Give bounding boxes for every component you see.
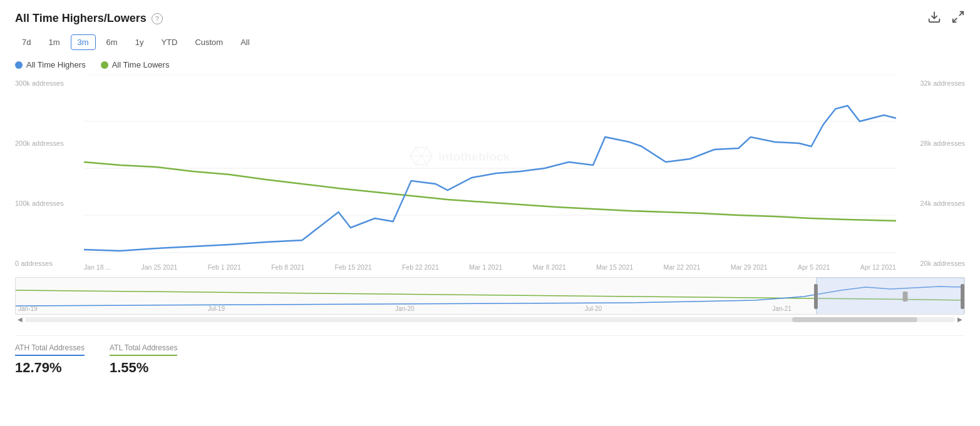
scroll-left-arrow[interactable]: ◀ xyxy=(15,316,25,323)
header: All Time Highers/Lowers ? xyxy=(15,10,965,27)
stat-atl-underline xyxy=(110,355,178,356)
time-filters: 7d 1m 3m 6m 1y YTD Custom All xyxy=(15,34,965,50)
x-mar15: Mar 15 2021 xyxy=(596,263,633,271)
stat-ath-value: 12.79% xyxy=(15,360,85,376)
stat-ath: ATH Total Addresses 12.79% xyxy=(15,343,85,376)
help-icon[interactable]: ? xyxy=(152,13,163,24)
filter-7d[interactable]: 7d xyxy=(15,34,38,50)
svg-rect-16 xyxy=(903,292,908,302)
y-axis-right: 32k addresses 28k addresses 24k addresse… xyxy=(896,74,965,272)
legend-dot-atl xyxy=(101,61,108,69)
legend-label-atl: All Time Lowers xyxy=(112,60,170,69)
download-icon[interactable] xyxy=(927,10,941,27)
filter-1y[interactable]: 1y xyxy=(128,34,151,50)
mini-label-jan19: Jan-19 xyxy=(18,305,38,312)
stat-ath-underline xyxy=(15,355,85,356)
x-feb22: Feb 22 2021 xyxy=(402,263,439,271)
main-chart-svg xyxy=(84,74,896,262)
main-chart-wrapper: 300k addresses 200k addresses 100k addre… xyxy=(15,74,965,272)
x-jan18: Jan 18 ... xyxy=(84,263,111,271)
stat-atl-value: 1.55% xyxy=(110,360,178,376)
header-icons xyxy=(927,10,965,27)
chart-middle: intotheblock Jan 18 . xyxy=(84,74,896,272)
x-apr12: Apr 12 2021 xyxy=(860,263,896,271)
y-right-24k: 24k addresses xyxy=(896,200,965,207)
stats-row: ATH Total Addresses 12.79% ATL Total Add… xyxy=(15,335,965,376)
x-mar22: Mar 22 2021 xyxy=(663,263,700,271)
y-right-20k: 20k addresses xyxy=(896,260,965,267)
stat-atl: ATL Total Addresses 1.55% xyxy=(110,343,178,376)
y-right-32k: 32k addresses xyxy=(896,79,965,87)
ath-line xyxy=(84,106,896,251)
filter-ytd[interactable]: YTD xyxy=(154,34,184,50)
filter-custom[interactable]: Custom xyxy=(188,34,230,50)
x-feb1: Feb 1 2021 xyxy=(208,263,241,271)
x-mar8: Mar 8 2021 xyxy=(533,263,566,271)
expand-icon[interactable] xyxy=(951,10,965,27)
y-left-0: 0 addresses xyxy=(15,260,84,267)
mini-label-jul20: Jul-20 xyxy=(585,305,602,312)
mini-label-jul19: Jul-19 xyxy=(208,305,225,312)
x-mar29: Mar 29 2021 xyxy=(731,263,768,271)
x-axis: Jan 18 ... Jan 25 2021 Feb 1 2021 Feb 8 … xyxy=(84,262,896,272)
y-axis-left: 300k addresses 200k addresses 100k addre… xyxy=(15,74,84,272)
scrollbar-thumb[interactable] xyxy=(792,317,917,322)
legend-dot-ath xyxy=(15,61,23,69)
scroll-right-arrow[interactable]: ▶ xyxy=(955,316,965,323)
filter-all[interactable]: All xyxy=(234,34,256,50)
main-container: All Time Highers/Lowers ? 7d 1m 3m 6m 1y… xyxy=(0,0,980,426)
legend-label-ath: All Time Highers xyxy=(26,60,86,69)
x-feb8: Feb 8 2021 xyxy=(271,263,304,271)
y-left-100k: 100k addresses xyxy=(15,200,84,207)
x-apr5: Apr 5 2021 xyxy=(798,263,830,271)
y-right-28k: 28k addresses xyxy=(896,139,965,147)
mini-label-jan21: Jan-21 xyxy=(772,305,792,312)
stat-atl-label: ATL Total Addresses xyxy=(110,343,178,352)
y-left-300k: 300k addresses xyxy=(15,79,84,87)
svg-line-2 xyxy=(953,18,957,22)
stat-ath-label: ATH Total Addresses xyxy=(15,343,85,352)
mini-chart-container: Jan-19 Jul-19 Jan-20 Jul-20 Jan-21 ◀ ▶ xyxy=(15,277,965,323)
legend: All Time Highers All Time Lowers xyxy=(15,60,965,69)
mini-x-labels: Jan-19 Jul-19 Jan-20 Jul-20 Jan-21 xyxy=(16,305,964,313)
header-left: All Time Highers/Lowers ? xyxy=(15,12,163,25)
y-left-200k: 200k addresses xyxy=(15,139,84,147)
mini-label-jan20: Jan-20 xyxy=(395,305,415,312)
svg-line-1 xyxy=(959,12,963,16)
atl-line xyxy=(84,162,896,221)
mini-chart[interactable]: Jan-19 Jul-19 Jan-20 Jul-20 Jan-21 xyxy=(15,277,965,315)
legend-atl: All Time Lowers xyxy=(101,60,170,69)
scrollbar-track[interactable] xyxy=(25,317,955,322)
filter-1m[interactable]: 1m xyxy=(41,34,66,50)
x-mar1: Mar 1 2021 xyxy=(469,263,502,271)
x-jan25: Jan 25 2021 xyxy=(142,263,178,271)
filter-3m[interactable]: 3m xyxy=(71,34,96,50)
x-feb15: Feb 15 2021 xyxy=(335,263,372,271)
scrollbar-row: ◀ ▶ xyxy=(15,316,965,323)
page-title: All Time Highers/Lowers xyxy=(15,12,147,25)
filter-6m[interactable]: 6m xyxy=(100,34,125,50)
legend-ath: All Time Highers xyxy=(15,60,86,69)
